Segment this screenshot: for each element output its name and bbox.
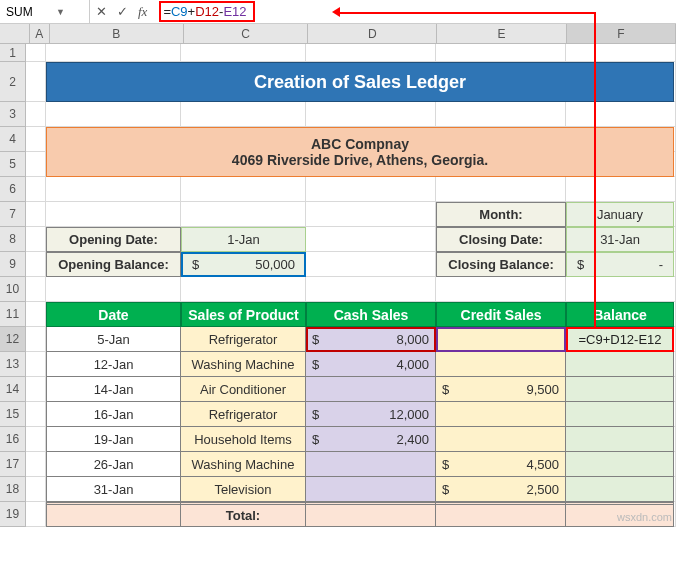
table-cell[interactable] [566,427,674,452]
table-cell[interactable]: $8,000 [306,327,436,352]
row-header[interactable]: 13 [0,352,26,377]
table-cell[interactable] [436,327,566,352]
row-header[interactable]: 2 [0,62,26,102]
annotation-arrow-head [332,7,340,17]
table-cell[interactable]: $4,000 [306,352,436,377]
annotation-arrow [594,12,596,328]
month-value[interactable]: January [566,202,674,227]
table-cell[interactable]: Refrigerator [181,327,306,352]
row-header[interactable]: 1 [0,44,26,62]
table-cell[interactable]: $2,400 [306,427,436,452]
th-cash: Cash Sales [306,302,436,327]
fx-icon[interactable]: fx [138,4,147,20]
total-cell[interactable] [306,502,436,527]
table-cell[interactable] [436,402,566,427]
row-header[interactable]: 16 [0,427,26,452]
col-header-b[interactable]: B [50,24,184,43]
row-header[interactable]: 10 [0,277,26,302]
th-balance: Balance [566,302,674,327]
row-header[interactable]: 18 [0,477,26,502]
table-cell[interactable]: $2,500 [436,477,566,502]
confirm-icon[interactable]: ✓ [117,4,128,19]
table-cell[interactable] [306,377,436,402]
th-product: Sales of Product [181,302,306,327]
opening-balance-label: Opening Balance: [46,252,181,277]
row-header[interactable]: 19 [0,502,26,527]
row-header[interactable]: 15 [0,402,26,427]
table-cell[interactable] [566,377,674,402]
row-header[interactable]: 3 [0,102,26,127]
row-header[interactable]: 7 [0,202,26,227]
row-header[interactable]: 14 [0,377,26,402]
company-name: ABC Compnay [311,136,409,152]
table-cell[interactable]: 12-Jan [46,352,181,377]
table-cell[interactable]: Household Items [181,427,306,452]
table-cell[interactable] [566,352,674,377]
th-date: Date [46,302,181,327]
table-cell[interactable] [306,452,436,477]
table-cell[interactable] [566,402,674,427]
table-cell[interactable]: 19-Jan [46,427,181,452]
table-cell[interactable]: 31-Jan [46,477,181,502]
row-header[interactable]: 9 [0,252,26,277]
name-box-input[interactable] [6,5,56,19]
month-label: Month: [436,202,566,227]
th-credit: Credit Sales [436,302,566,327]
table-cell[interactable]: Refrigerator [181,402,306,427]
watermark: wsxdn.com [617,511,672,523]
table-cell[interactable] [566,452,674,477]
closing-balance-value[interactable]: $- [566,252,674,277]
closing-date-value[interactable]: 31-Jan [566,227,674,252]
row-headers: 1 2 3 4 5 6 7 8 9 10 11 12 13 14 15 16 1… [0,44,26,527]
cancel-icon[interactable]: ✕ [96,4,107,19]
col-header-d[interactable]: D [308,24,437,43]
table-cell[interactable]: $9,500 [436,377,566,402]
table-cell[interactable]: Washing Machine [181,352,306,377]
name-box-dropdown-icon[interactable]: ▼ [56,7,65,17]
table-cell[interactable] [436,352,566,377]
name-box[interactable]: ▼ [0,0,90,23]
opening-date-label: Opening Date: [46,227,181,252]
table-cell[interactable]: 16-Jan [46,402,181,427]
company-address: 4069 Riverside Drive, Athens, Georgia. [232,152,488,168]
row-header[interactable]: 11 [0,302,26,327]
closing-date-label: Closing Date: [436,227,566,252]
row-header[interactable]: 6 [0,177,26,202]
table-cell[interactable]: $12,000 [306,402,436,427]
table-cell[interactable]: 26-Jan [46,452,181,477]
table-cell[interactable] [566,477,674,502]
select-all-corner[interactable] [0,24,30,43]
col-header-c[interactable]: C [184,24,308,43]
row-header[interactable]: 5 [0,152,26,177]
table-cell[interactable] [436,427,566,452]
table-cell[interactable]: Television [181,477,306,502]
ledger-title: Creation of Sales Ledger [46,62,674,102]
opening-balance-value[interactable]: $50,000 [181,252,306,277]
row-header[interactable]: 8 [0,227,26,252]
annotation-arrow [340,12,595,14]
col-header-e[interactable]: E [437,24,566,43]
table-cell[interactable] [306,477,436,502]
active-cell-f12[interactable]: =C9+D12-E12 [566,327,674,352]
col-header-a[interactable]: A [30,24,50,43]
column-headers: A B C D E F [0,24,676,44]
table-cell[interactable]: $4,500 [436,452,566,477]
table-cell[interactable]: 14-Jan [46,377,181,402]
company-info: ABC Compnay 4069 Riverside Drive, Athens… [46,127,674,177]
col-header-f[interactable]: F [567,24,676,43]
worksheet[interactable]: Creation of Sales Ledger ABC Compnay 406… [26,44,676,527]
formula-text: =C9+D12-E12 [159,1,254,22]
closing-balance-label: Closing Balance: [436,252,566,277]
row-header[interactable]: 12 [0,327,26,352]
total-cell[interactable] [46,502,181,527]
opening-date-value[interactable]: 1-Jan [181,227,306,252]
formula-buttons: ✕ ✓ fx [90,4,153,20]
table-cell[interactable]: 5-Jan [46,327,181,352]
table-cell[interactable]: Washing Machine [181,452,306,477]
table-cell[interactable]: Air Conditioner [181,377,306,402]
total-label: Total: [181,502,306,527]
total-cell[interactable] [436,502,566,527]
row-header[interactable]: 17 [0,452,26,477]
row-header[interactable]: 4 [0,127,26,152]
